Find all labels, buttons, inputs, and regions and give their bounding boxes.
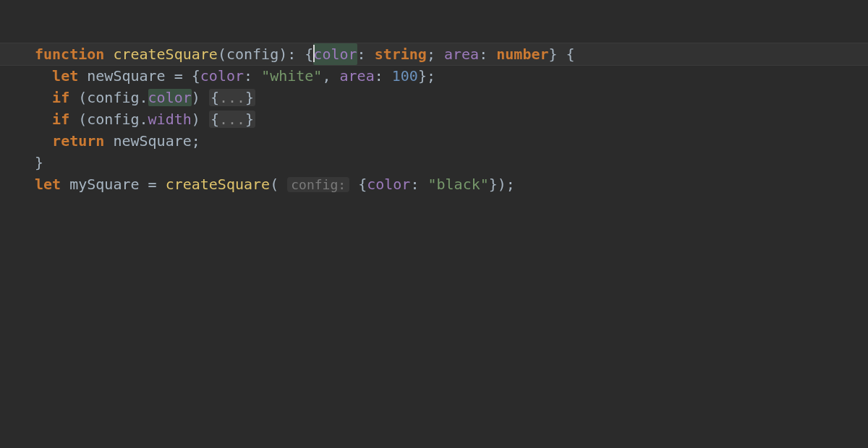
fold-ellipsis: ... xyxy=(219,111,245,128)
indent xyxy=(35,111,52,128)
open-paren: ( xyxy=(270,176,278,193)
string-black: "black" xyxy=(427,176,488,193)
semicolon: ; xyxy=(192,132,200,150)
type-brace-close: } xyxy=(549,46,558,63)
indent xyxy=(35,132,52,150)
fold-open-brace: { xyxy=(210,111,219,128)
open-paren: ( xyxy=(218,46,226,63)
fold-open-brace: { xyxy=(210,89,219,106)
colon: : xyxy=(244,67,261,85)
keyword-if: if xyxy=(52,89,69,106)
brace-open: { xyxy=(358,176,367,193)
fold-close-brace: } xyxy=(245,111,254,128)
fold-ellipsis: ... xyxy=(219,89,245,106)
code-editor[interactable]: function createSquare(config): {color: s… xyxy=(0,0,868,196)
keyword-if: if xyxy=(52,111,69,128)
space xyxy=(61,176,69,193)
code-line-5[interactable]: return newSquare; xyxy=(0,130,868,152)
keyword-function: function xyxy=(35,46,104,63)
type-string: string xyxy=(375,46,427,63)
code-line-8[interactable]: let mySquare = createSquare( config: {co… xyxy=(0,173,868,196)
colon: : xyxy=(357,46,375,63)
colon: : xyxy=(479,46,496,63)
space xyxy=(78,67,87,85)
var-mysquare: mySquare xyxy=(69,176,139,193)
equals-brace: = { xyxy=(166,67,200,85)
type-key-area: area xyxy=(444,46,479,63)
code-line-1[interactable]: function createSquare(config): {color: s… xyxy=(0,43,868,65)
indent xyxy=(35,67,52,85)
function-name: createSquare xyxy=(113,46,218,63)
code-line-2[interactable]: let newSquare = {color: "white", area: 1… xyxy=(0,65,868,87)
keyword-let: let xyxy=(52,67,78,85)
var-newsquare: newSquare xyxy=(113,132,191,150)
open-paren-config: (config. xyxy=(69,89,148,106)
close-paren-colon: ): xyxy=(278,46,305,63)
var-newsquare: newSquare xyxy=(87,67,165,85)
code-line-3[interactable]: if (config.color) {...} xyxy=(0,87,868,108)
type-brace-open: { xyxy=(305,46,313,63)
indent xyxy=(35,89,52,106)
number-100: 100 xyxy=(392,67,418,85)
fold-block[interactable]: {...} xyxy=(209,111,255,128)
space xyxy=(104,132,113,150)
open-brace: { xyxy=(558,46,575,63)
end-brace-paren-semi: }); xyxy=(489,176,515,193)
hint-sp-pre xyxy=(278,176,287,193)
equals: = xyxy=(140,176,166,193)
fn-call-createsquare: createSquare xyxy=(166,176,271,193)
end-brace-semi: }; xyxy=(418,67,435,85)
hint-sp-post xyxy=(349,176,358,193)
close-brace: } xyxy=(35,154,43,171)
colon: : xyxy=(410,176,427,193)
inlay-hint-config: config: xyxy=(287,177,349,192)
obj-key-color: color xyxy=(367,176,410,193)
prop-color-selected: color xyxy=(148,89,192,106)
string-white: "white" xyxy=(261,67,322,85)
type-key-color: color xyxy=(313,46,357,63)
text-cursor: color xyxy=(313,43,357,65)
keyword-let: let xyxy=(35,176,61,193)
obj-key-area: area xyxy=(340,67,375,85)
param-config: config xyxy=(226,46,278,63)
prop-width: width xyxy=(148,111,192,128)
obj-key-color: color xyxy=(200,67,244,85)
open-paren-config: (config. xyxy=(69,111,148,128)
close-paren: ) xyxy=(192,89,209,106)
close-paren: ) xyxy=(192,111,209,128)
keyword-return: return xyxy=(52,132,104,150)
code-line-6[interactable]: } xyxy=(0,152,868,173)
fold-block[interactable]: {...} xyxy=(209,89,255,106)
comma: , xyxy=(322,67,339,85)
code-line-4[interactable]: if (config.width) {...} xyxy=(0,108,868,130)
colon: : xyxy=(375,67,392,85)
semicolon: ; xyxy=(427,46,444,63)
fold-close-brace: } xyxy=(245,89,254,106)
type-number: number xyxy=(496,46,548,63)
